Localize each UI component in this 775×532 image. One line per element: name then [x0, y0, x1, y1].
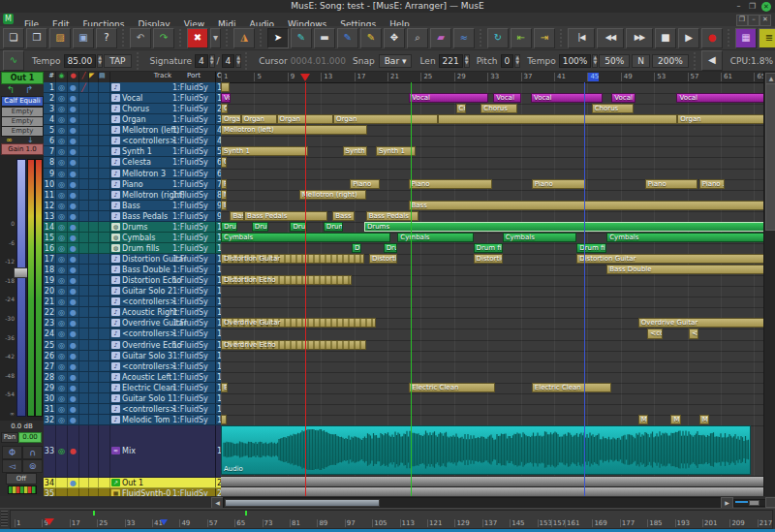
track-cell[interactable] [89, 243, 99, 253]
track-cell[interactable] [99, 286, 110, 296]
audio-part-clip[interactable]: Audio [221, 425, 751, 475]
part-clip[interactable] [438, 114, 678, 124]
track-cell[interactable]: 14 [44, 222, 56, 232]
track-cell[interactable] [79, 393, 89, 403]
track-cell[interactable]: 28 [44, 372, 56, 382]
track-cell[interactable]: ◎ [56, 136, 68, 145]
close-button[interactable]: ✕ [761, 2, 771, 12]
track-cell[interactable] [89, 307, 99, 317]
track-cell[interactable]: ● [68, 318, 79, 328]
overview-drag-handle[interactable] [1, 511, 8, 526]
track-cell[interactable] [79, 265, 89, 274]
corner-grip[interactable] [765, 497, 775, 508]
track-row-26[interactable]: 26◎●♪Guitar Solo 31:FluidSy14 [44, 351, 221, 361]
track-cell[interactable] [99, 136, 110, 145]
part-clip[interactable]: Bass [409, 201, 764, 210]
track-cell[interactable] [99, 104, 110, 113]
track-cell[interactable]: ● [68, 361, 79, 371]
track-cell[interactable]: ● [68, 393, 79, 403]
sig-num-arrows[interactable]: ▲▼ [209, 54, 215, 68]
part-clip[interactable]: Drum [221, 222, 237, 232]
part-clip[interactable]: Chorus [592, 104, 634, 113]
whats-this[interactable]: ? [96, 28, 117, 48]
part-clip[interactable]: Distortion Guitar [576, 254, 763, 264]
track-port[interactable]: 1:FluidSy [172, 125, 216, 135]
part-clip[interactable]: Vo [221, 93, 231, 103]
track-cell[interactable] [79, 351, 89, 360]
part-clip[interactable]: Vocal [676, 93, 763, 103]
event-list-button[interactable]: ≣ [759, 28, 775, 48]
track-cell[interactable] [89, 114, 99, 124]
track-cell[interactable]: ◎ [56, 211, 68, 221]
toolbar-separator[interactable] [258, 29, 264, 47]
track-cell[interactable]: ◎ [56, 265, 68, 274]
toolbar-separator[interactable] [224, 29, 231, 47]
track-cell[interactable] [79, 478, 89, 487]
part-clip[interactable]: Synth 1 [376, 146, 416, 156]
track-cell[interactable] [89, 340, 99, 350]
track-cell[interactable]: ◎ [56, 415, 68, 424]
goto-start-button[interactable]: |◀ [568, 28, 595, 48]
track-port[interactable]: 1:FluidSy [172, 222, 216, 232]
track-cell[interactable] [79, 372, 89, 382]
eraser-tool[interactable]: ▬ [314, 28, 335, 48]
track-cell[interactable]: ◎ [56, 351, 68, 360]
track-row-5[interactable]: 5◎●♪Mellotron (left)1:FluidSy4 [44, 125, 221, 136]
track-cell[interactable] [79, 329, 89, 338]
part-clip[interactable]: Drum [252, 222, 268, 232]
part-clip[interactable]: Cr [456, 104, 466, 113]
track-cell[interactable]: 31 [44, 404, 56, 414]
track-row-27[interactable]: 27◎●♪<controllers>1:FluidSy14 [44, 361, 221, 372]
track-cell[interactable] [89, 125, 99, 135]
signature-numerator[interactable]: 4 [195, 54, 208, 68]
pitch-spin-arrows[interactable]: ▲▼ [514, 54, 520, 68]
marker-pen-tool[interactable]: ✎ [360, 28, 382, 48]
track-cell[interactable]: 27 [44, 361, 56, 371]
track-port[interactable]: 1:FluidSy [172, 254, 216, 264]
track-row-9[interactable]: 9◎●♪Mellotron 31:FluidSy6 [44, 169, 221, 179]
track-cell[interactable]: ◎ [56, 146, 68, 156]
metronome-click-button[interactable]: ◀ [701, 50, 723, 71]
track-cell[interactable] [89, 211, 99, 221]
part-clip[interactable]: Bass [230, 211, 244, 221]
track-cell[interactable]: 11 [44, 190, 56, 200]
track-row-34[interactable]: 34●↗Out 12 [44, 478, 221, 488]
track-cell[interactable] [79, 222, 89, 232]
track-port[interactable]: 1:FluidSy [172, 415, 216, 424]
track-cell[interactable] [99, 82, 110, 92]
track-cell[interactable] [79, 179, 89, 189]
track-cell[interactable]: ◎ [56, 329, 68, 338]
track-port[interactable]: 1:FluidSy [172, 488, 216, 496]
track-port[interactable]: 1:FluidSy [172, 393, 216, 403]
strip-track-name[interactable]: Out 1 [1, 72, 44, 84]
part-clip[interactable]: Overdrive Echo [221, 340, 366, 350]
track-port[interactable]: 1:FluidSy [172, 146, 216, 156]
track-cell[interactable] [99, 190, 110, 200]
header-port[interactable]: Port [172, 72, 216, 82]
track-cell[interactable]: 29 [44, 383, 56, 392]
track-row-22[interactable]: 22◎●♪Acoustic Right1:FluidSy12 [44, 307, 221, 318]
track-cell[interactable] [99, 146, 110, 156]
track-cell[interactable] [99, 265, 110, 274]
part-clip[interactable]: Bass [332, 211, 354, 221]
song-overview-bar[interactable]: 1917253341495765738189971051131211291371… [0, 508, 775, 530]
tempo-200-button[interactable]: 200% [652, 54, 689, 68]
part-clip[interactable]: M [670, 415, 680, 424]
tap-button[interactable]: TAP [104, 54, 131, 68]
pencil-tool[interactable]: ✎ [291, 28, 312, 48]
track-cell[interactable] [99, 233, 110, 242]
track-cell[interactable] [89, 222, 99, 232]
track-cell[interactable]: 7 [44, 146, 56, 156]
track-cell[interactable]: 21 [44, 297, 56, 306]
track-cell[interactable] [89, 146, 99, 156]
track-cell[interactable]: 26 [44, 351, 56, 360]
tempo-spin-arrows[interactable]: ▲▼ [97, 54, 103, 68]
track-cell[interactable]: ● [68, 372, 79, 382]
part-clip[interactable]: El [221, 383, 228, 392]
track-cell[interactable]: ● [68, 169, 79, 178]
overview-locator-mark[interactable] [245, 511, 247, 516]
header-flag-icon[interactable]: ◤ [89, 72, 99, 82]
part-clip[interactable] [221, 415, 227, 424]
part-clip[interactable]: M [221, 190, 227, 200]
track-row-16[interactable]: 16◎●◍Drum fills1:FluidSy10 [44, 243, 221, 254]
